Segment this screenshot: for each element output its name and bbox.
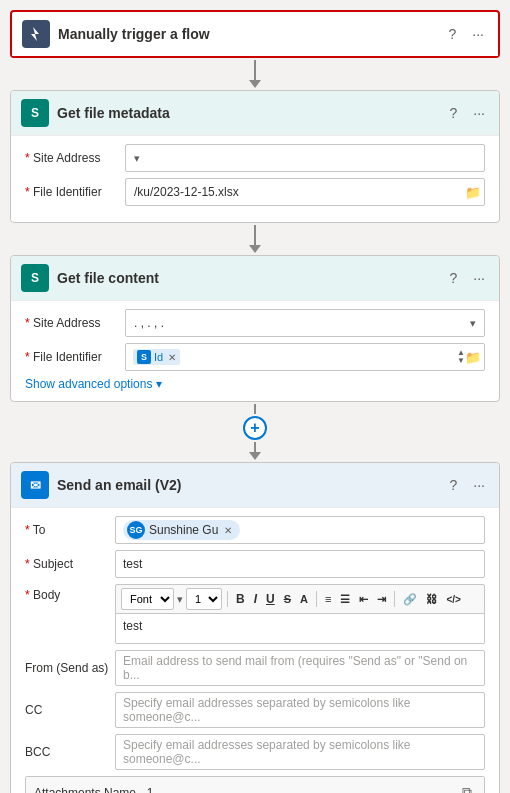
step2-site-address-label: * Site Address	[25, 316, 125, 330]
step3-help-button[interactable]: ?	[446, 475, 462, 495]
toolbar-divider-2	[316, 591, 317, 607]
toolbar-divider-1	[227, 591, 228, 607]
cc-input[interactable]: Specify email addresses separated by sem…	[115, 692, 485, 728]
link-button[interactable]: 🔗	[400, 588, 420, 610]
connector-arrow-1	[249, 80, 261, 88]
toolbar-divider-3	[394, 591, 395, 607]
from-placeholder: Email address to send mail from (require…	[123, 654, 477, 682]
subject-input[interactable]: test	[115, 550, 485, 578]
get-file-content-icon: S	[21, 264, 49, 292]
trigger-header: Manually trigger a flow ? ···	[12, 12, 498, 56]
get-file-content-header: S Get file content ? ···	[11, 256, 499, 300]
get-file-metadata-icon: S	[21, 99, 49, 127]
indent-button[interactable]: ⇤	[356, 588, 371, 610]
step1-file-id-label: * File Identifier	[25, 185, 125, 199]
step2-site-address-value: . , . , .	[134, 316, 164, 330]
attachments-name-label: Attachments Name - 1	[34, 786, 153, 794]
body-toolbar: Font ▾ 12 B I U S A ≡ ☰	[115, 584, 485, 614]
attachments-name-header: Attachments Name - 1 ⧉	[26, 777, 484, 793]
plus-connector-arrow	[249, 452, 261, 460]
subject-value: test	[123, 557, 142, 571]
step2-id-tag-icon: S	[137, 350, 151, 364]
ordered-list-button[interactable]: ≡	[322, 588, 334, 610]
step2-up-down-btns: ▲ ▼	[457, 345, 465, 369]
step2-id-tag-label: Id	[154, 351, 163, 363]
get-file-content-title: Get file content	[57, 270, 446, 286]
step1-file-id-value: /ku/2023-12-15.xlsx	[134, 185, 239, 199]
trigger-help-button[interactable]: ?	[445, 24, 461, 44]
send-email-body: * To SG Sunshine Gu ✕ * Subject test	[11, 507, 499, 793]
attachments-section: Attachments Name - 1 ⧉ S Name ✕ Attachme…	[25, 776, 485, 793]
step1-site-address-row: * Site Address ▾	[25, 144, 485, 172]
plus-connector: +	[243, 404, 267, 460]
subject-label: * Subject	[25, 557, 115, 571]
send-email-actions: ? ···	[446, 475, 489, 495]
trigger-icon	[22, 20, 50, 48]
cc-placeholder: Specify email addresses separated by sem…	[123, 696, 477, 724]
to-row: * To SG Sunshine Gu ✕	[25, 516, 485, 544]
step2-file-id-label: * File Identifier	[25, 350, 125, 364]
step2-file-id-input[interactable]: S Id ✕	[125, 343, 485, 371]
step2-site-address-row: * Site Address . , . , . ▾	[25, 309, 485, 337]
recipient-close[interactable]: ✕	[224, 525, 232, 536]
show-advanced-chevron: ▾	[156, 377, 162, 391]
html-button[interactable]: </>	[443, 588, 463, 610]
step2-id-tag[interactable]: S Id ✕	[133, 349, 180, 365]
attachments-copy-button[interactable]: ⧉	[458, 782, 476, 793]
recipient-name: Sunshine Gu	[149, 523, 218, 537]
to-input[interactable]: SG Sunshine Gu ✕	[115, 516, 485, 544]
step1-site-address-label: * Site Address	[25, 151, 125, 165]
step1-help-button[interactable]: ?	[446, 103, 462, 123]
step2-site-address-input[interactable]: . , . , . ▾	[125, 309, 485, 337]
trigger-card: Manually trigger a flow ? ···	[10, 10, 500, 58]
show-advanced-label: Show advanced options	[25, 377, 152, 391]
bold-button[interactable]: B	[233, 588, 248, 610]
outdent-button[interactable]: ⇥	[374, 588, 389, 610]
get-file-metadata-card: S Get file metadata ? ··· * Site Address…	[10, 90, 500, 223]
from-input[interactable]: Email address to send mail from (require…	[115, 650, 485, 686]
step2-help-button[interactable]: ?	[446, 268, 462, 288]
body-label: * Body	[25, 584, 115, 602]
step1-site-address-input[interactable]: ▾	[125, 144, 485, 172]
font-size-select[interactable]: 12	[186, 588, 222, 610]
recipient-tag: SG Sunshine Gu ✕	[123, 520, 240, 540]
from-label: From (Send as)	[25, 661, 115, 675]
plus-line-top	[254, 404, 256, 414]
strikethrough-button[interactable]: S	[281, 588, 294, 610]
get-file-content-card: S Get file content ? ··· * Site Address …	[10, 255, 500, 402]
underline-button[interactable]: U	[263, 588, 278, 610]
trigger-actions: ? ···	[445, 24, 488, 44]
add-step-button[interactable]: +	[243, 416, 267, 440]
bcc-input[interactable]: Specify email addresses separated by sem…	[115, 734, 485, 770]
body-text-area[interactable]: test	[115, 614, 485, 644]
font-select[interactable]: Font	[121, 588, 174, 610]
step2-file-id-wrapper: S Id ✕ ▲ ▼ 📁	[125, 343, 485, 371]
body-row: * Body Font ▾ 12 B I U	[25, 584, 485, 644]
step1-site-address-arrow: ▾	[134, 152, 140, 165]
show-advanced-options[interactable]: Show advanced options ▾	[25, 377, 485, 391]
trigger-title: Manually trigger a flow	[58, 26, 445, 42]
bcc-placeholder: Specify email addresses separated by sem…	[123, 738, 477, 766]
bcc-label: BCC	[25, 745, 115, 759]
step3-more-button[interactable]: ···	[469, 475, 489, 495]
step2-more-button[interactable]: ···	[469, 268, 489, 288]
connector-line-1	[254, 60, 256, 80]
step2-file-id-row: * File Identifier S Id ✕ ▲ ▼ 📁	[25, 343, 485, 371]
send-email-title: Send an email (V2)	[57, 477, 446, 493]
step2-id-tag-close[interactable]: ✕	[168, 352, 176, 363]
trigger-more-button[interactable]: ···	[468, 24, 488, 44]
connector-arrow-2	[249, 245, 261, 253]
send-email-header: ✉ Send an email (V2) ? ···	[11, 463, 499, 507]
step1-file-id-input[interactable]: /ku/2023-12-15.xlsx	[125, 178, 485, 206]
send-email-card: ✉ Send an email (V2) ? ··· * To SG Sunsh…	[10, 462, 500, 793]
unordered-list-button[interactable]: ☰	[337, 588, 353, 610]
get-file-metadata-body: * Site Address ▾ * File Identifier /ku/2…	[11, 135, 499, 222]
get-file-content-body: * Site Address . , . , . ▾ * File Identi…	[11, 300, 499, 401]
unlink-button[interactable]: ⛓	[423, 588, 440, 610]
step1-more-button[interactable]: ···	[469, 103, 489, 123]
paint-button[interactable]: A	[297, 588, 311, 610]
step2-down-arrow: ▼	[457, 357, 465, 365]
step2-folder-icon: 📁	[465, 350, 481, 365]
italic-button[interactable]: I	[251, 588, 260, 610]
font-size-value: ▾	[177, 593, 183, 606]
